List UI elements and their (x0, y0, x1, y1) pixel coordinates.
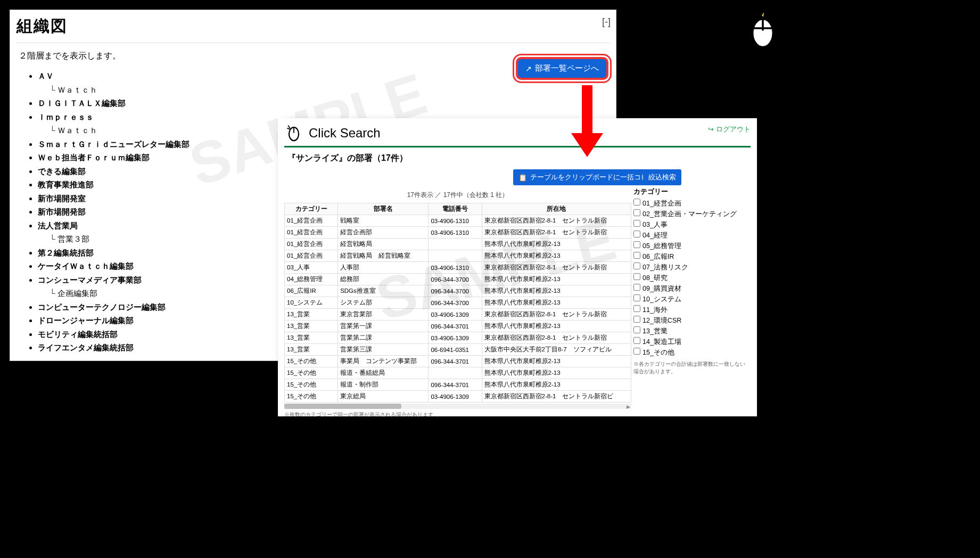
category-checkbox[interactable] (633, 262, 640, 269)
divider (284, 146, 751, 147)
table-cell: 東京営業部 (338, 309, 429, 321)
table-cell: 営業第一課 (338, 321, 429, 332)
category-checkbox-item[interactable]: 14_製造工場 (633, 337, 745, 347)
table-row[interactable]: 10_システムシステム部096-344-3700熊本県八代市泉町椎原2-13 (285, 297, 631, 309)
table-cell: 東京総局 (338, 391, 429, 403)
category-checkbox[interactable] (633, 305, 640, 312)
category-checkbox[interactable] (633, 284, 640, 291)
category-checkbox-item[interactable]: 09_購買資材 (633, 284, 745, 293)
dept-heading: 『サンライズ』の部署（17件） (287, 153, 751, 164)
table-cell: 熊本県八代市泉町椎原2-13 (482, 379, 631, 391)
category-checkbox-item[interactable]: 05_総務管理 (633, 241, 745, 251)
table-footnotes: ※複数のカテゴリーで同一の部署が表示される場合があります。※一部古い情報が含まれ… (284, 411, 631, 416)
app-title: Click Search (309, 126, 381, 141)
table-cell: 096-344-3701 (429, 321, 482, 332)
table-cell: 経営戦略局 経営戦略室 (338, 250, 429, 262)
table-cell: 06-6941-0351 (429, 344, 482, 356)
category-checkbox[interactable] (633, 326, 640, 333)
dept-list-link-button[interactable]: ↗ 部署一覧ページへ (516, 57, 608, 80)
category-checkbox[interactable] (633, 337, 640, 344)
external-link-icon: ↗ (525, 64, 532, 73)
table-cell: 人事部 (338, 262, 429, 274)
category-checkbox[interactable] (633, 199, 640, 206)
category-checkbox[interactable] (633, 241, 640, 248)
category-checkbox[interactable] (633, 209, 640, 216)
table-cell: 戦略室 (338, 215, 429, 227)
table-header[interactable]: 部署名 (338, 203, 429, 215)
table-row[interactable]: 15_その他報道・番組総局熊本県八代市泉町椎原2-13 (285, 367, 631, 379)
table-row[interactable]: 15_その他東京総局03-4906-1309東京都新宿区西新宿2-8-1 セント… (285, 391, 631, 403)
table-cell: 15_その他 (285, 391, 338, 403)
table-cell: 03-4906-1310 (429, 262, 482, 274)
table-row[interactable]: 01_経営企画経営戦略局 経営戦略室熊本県八代市泉町椎原2-13 (285, 250, 631, 262)
table-header[interactable]: 電話番号 (429, 203, 482, 215)
filter-search-button[interactable]: 絞込検索 (643, 169, 681, 185)
table-cell: 営業第三課 (338, 344, 429, 356)
divider (17, 43, 610, 43)
category-checkbox-item[interactable]: 03_人事 (633, 220, 745, 229)
table-cell: 熊本県八代市泉町椎原2-13 (482, 250, 631, 262)
category-checkbox-item[interactable]: 15_その他 (633, 348, 745, 357)
table-cell: 13_営業 (285, 309, 338, 321)
table-row[interactable]: 15_その他報道・制作部096-344-3701熊本県八代市泉町椎原2-13 (285, 379, 631, 391)
table-cell: 096-344-3700 (429, 274, 482, 285)
category-checkbox-item[interactable]: 07_法務リスク (633, 262, 745, 272)
table-cell: 熊本県八代市泉町椎原2-13 (482, 285, 631, 297)
horizontal-scrollbar[interactable]: ▶ (284, 404, 631, 409)
category-checkbox-item[interactable]: 06_広報IR (633, 252, 745, 261)
table-row[interactable]: 13_営業営業第二課03-4906-1309東京都新宿区西新宿2-8-1 セント… (285, 332, 631, 344)
table-row[interactable]: 13_営業東京営業部03-4906-1309東京都新宿区西新宿2-8-1 セント… (285, 309, 631, 321)
table-cell: 15_その他 (285, 379, 338, 391)
click-search-panel: SAMPLE Click Search ログアウト 『サンライズ』の部署（17件… (278, 118, 757, 416)
table-cell: 熊本県八代市泉町椎原2-13 (482, 321, 631, 332)
svg-rect-3 (582, 85, 592, 133)
table-row[interactable]: 03_人事人事部03-4906-1310東京都新宿区西新宿2-8-1 セントラル… (285, 262, 631, 274)
copy-table-button[interactable]: 📋 テーブルをクリップボードに一括コピー (513, 169, 660, 185)
table-cell: 熊本県八代市泉町椎原2-13 (482, 356, 631, 367)
table-row[interactable]: 01_経営企画戦略室03-4906-1310東京都新宿区西新宿2-8-1 セント… (285, 215, 631, 227)
category-checkbox-item[interactable]: 01_経営企画 (633, 199, 745, 208)
category-checkbox[interactable] (633, 273, 640, 280)
table-row[interactable]: 01_経営企画経営企画部03-4906-1310東京都新宿区西新宿2-8-1 セ… (285, 227, 631, 239)
table-cell: 大阪市中央区大手前2丁目8-7 ソフィアビル (482, 344, 631, 356)
table-cell: 熊本県八代市泉町椎原2-13 (482, 274, 631, 285)
category-checkbox[interactable] (633, 316, 640, 323)
table-row[interactable]: 01_経営企画経営戦略局熊本県八代市泉町椎原2-13 (285, 239, 631, 250)
table-row[interactable]: 15_その他事業局 コンテンツ事業部096-344-3701熊本県八代市泉町椎原… (285, 356, 631, 367)
table-header[interactable]: カテゴリー (285, 203, 338, 215)
table-row[interactable]: 06_広報IRSDGs推進室096-344-3700熊本県八代市泉町椎原2-13 (285, 285, 631, 297)
table-cell: 報道・制作部 (338, 379, 429, 391)
table-row[interactable]: 13_営業営業第三課06-6941-0351大阪市中央区大手前2丁目8-7 ソフ… (285, 344, 631, 356)
table-cell: 13_営業 (285, 321, 338, 332)
table-row[interactable]: 13_営業営業第一課096-344-3701熊本県八代市泉町椎原2-13 (285, 321, 631, 332)
category-checkbox[interactable] (633, 252, 640, 259)
category-checkbox-item[interactable]: 11_海外 (633, 305, 745, 315)
table-cell: 06_広報IR (285, 285, 338, 297)
category-checkbox[interactable] (633, 220, 640, 227)
category-checkbox-item[interactable]: 08_研究 (633, 273, 745, 283)
table-cell: 営業第二課 (338, 332, 429, 344)
category-checkbox[interactable] (633, 231, 640, 237)
table-row[interactable]: 04_総務管理総務部096-344-3700熊本県八代市泉町椎原2-13 (285, 274, 631, 285)
table-cell: 13_営業 (285, 344, 338, 356)
table-cell: 熊本県八代市泉町椎原2-13 (482, 239, 631, 250)
category-checkbox[interactable] (633, 348, 640, 355)
category-checkbox-item[interactable]: 12_環境CSR (633, 316, 745, 325)
dept-list-link-label: 部署一覧ページへ (535, 63, 599, 73)
tree-child-item[interactable]: Ｗａｔｃｈ (50, 83, 610, 97)
category-checkbox-item[interactable]: 04_経理 (633, 231, 745, 240)
table-cell: 096-344-3701 (429, 356, 482, 367)
app-logo-icon (284, 122, 303, 144)
category-checkbox[interactable] (633, 294, 640, 301)
table-header[interactable]: 所在地 (482, 203, 631, 215)
category-title: カテゴリー (633, 187, 745, 196)
tree-item[interactable]: ＤＩＧＩＴＡＬＸ編集部 (38, 96, 610, 110)
collapse-toggle[interactable]: [-] (602, 17, 611, 28)
table-cell (429, 250, 482, 262)
category-checkbox-item[interactable]: 10_システム (633, 294, 745, 304)
logout-link[interactable]: ログアウト (708, 125, 751, 134)
category-checkbox-item[interactable]: 02_営業企画・マーケティング (633, 209, 745, 219)
category-checkbox-item[interactable]: 13_営業 (633, 326, 745, 336)
arrow-down-icon (569, 85, 606, 162)
table-cell: 15_その他 (285, 367, 338, 379)
